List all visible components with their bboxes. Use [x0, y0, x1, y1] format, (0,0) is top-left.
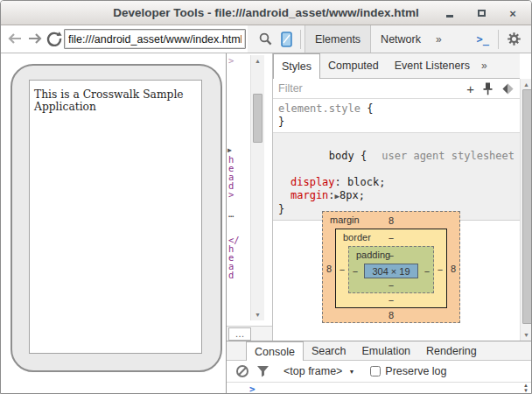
back-arrow-icon [7, 32, 22, 45]
reload-icon [46, 31, 62, 46]
margin-top-value: 8 [388, 215, 394, 226]
dom-node-ellipsis[interactable]: … [228, 209, 236, 218]
elements-scrollbar[interactable]: ▲ ▼ [250, 55, 264, 320]
console-prompt-row[interactable]: > ▲▼ [227, 383, 532, 394]
console-toolbar: <top frame> ▼ Preserve log [227, 361, 532, 383]
sidebar-tabs-overflow-button[interactable]: » [478, 53, 491, 78]
forward-button[interactable] [26, 30, 44, 47]
tab-styles[interactable]: Styles [273, 53, 320, 79]
box-model-content: 304 × 19 [364, 264, 418, 278]
toolbar: Elements Network » >_ [1, 25, 531, 53]
dropdown-caret-icon: ▼ [348, 369, 354, 375]
box-model-padding-label: padding [356, 250, 390, 260]
margin-right-value: 8 [447, 229, 459, 308]
color-format-diamond-icon[interactable] [501, 82, 514, 95]
box-model-padding: padding − − 304 × 19 − − [348, 246, 434, 293]
border-right-value: − [434, 246, 446, 293]
padding-bottom-value: − [349, 278, 433, 292]
forward-arrow-icon [28, 32, 43, 45]
css-rule-body[interactable]: user agent stylesheetbody { display: blo… [273, 132, 520, 221]
close-button[interactable]: × [507, 7, 519, 19]
elements-scrollbar-thumb[interactable] [253, 94, 262, 143]
toolbar-separator [498, 30, 499, 49]
tab-event-listeners[interactable]: Event Listeners [387, 53, 478, 78]
back-button[interactable] [5, 30, 23, 47]
frame-selector-value: <top frame> [284, 365, 342, 377]
settings-button[interactable] [502, 25, 526, 53]
dom-node-head-close[interactable]: </head [228, 236, 236, 279]
tab-network[interactable]: Network [371, 25, 430, 53]
styles-filter-bar: + [273, 79, 520, 99]
maximize-button[interactable] [475, 7, 487, 19]
padding-left-value: − [349, 264, 361, 278]
minimize-button[interactable] [444, 7, 456, 19]
window-title: Developer Tools - file:///android_asset/… [113, 6, 418, 19]
box-model-border-label: border [343, 232, 371, 243]
tab-search[interactable]: Search [304, 341, 354, 360]
device-frame: This is a Crosswalk Sample Application [10, 64, 222, 372]
css-property-margin[interactable]: margin:▶8px; [278, 189, 514, 203]
clear-console-icon[interactable] [235, 364, 249, 378]
styles-scrollbar[interactable]: ▲ ▼ [520, 79, 532, 341]
styles-filter-input[interactable] [278, 82, 466, 95]
styles-scrollbar-thumb[interactable] [522, 89, 532, 324]
devtools-window: Developer Tools - file:///android_asset/… [0, 0, 532, 394]
breadcrumb-bar: … [227, 326, 272, 341]
preserve-log-checkbox[interactable] [370, 366, 381, 376]
preserve-log-control: Preserve log [370, 365, 446, 377]
browser-nav [1, 25, 248, 53]
device-mode-button[interactable] [276, 25, 297, 53]
device-screen: This is a Crosswalk Sample Application [29, 80, 202, 354]
device-icon [281, 32, 292, 47]
border-bottom-value: − [336, 293, 446, 307]
scroll-up-icon[interactable]: ▲ [521, 81, 532, 88]
styles-sidebar: Styles Computed Event Listeners » + [273, 53, 520, 341]
console-prompt-chevron: > [249, 383, 256, 394]
toolbar-separator [300, 30, 301, 49]
box-model-border: border − − padding − − [335, 229, 447, 308]
dom-node-fragment[interactable]: > [228, 56, 236, 65]
elements-tree-pane: > ▶ head> … </head [227, 53, 272, 326]
scroll-up-icon[interactable]: ▲ [251, 58, 264, 64]
css-property-display[interactable]: display: block; [278, 176, 514, 189]
tabs-overflow-button[interactable]: » [430, 33, 447, 46]
page-preview-pane: This is a Crosswalk Sample Application [1, 53, 227, 394]
tab-rendering[interactable]: Rendering [418, 341, 485, 360]
toggle-console-button[interactable]: >_ [472, 33, 494, 46]
css-selector: body [329, 150, 354, 162]
margin-left-value: 8 [323, 229, 335, 308]
drawer-tabs: Console Search Emulation Rendering [227, 341, 532, 361]
border-left-value: − [336, 246, 348, 293]
box-model-margin: margin 8 8 border − − padding − [322, 211, 460, 323]
breadcrumb-ellipsis[interactable]: … [228, 327, 251, 341]
tab-elements[interactable]: Elements [304, 25, 371, 53]
drawer-resize-handle[interactable]: ▲▼ [523, 383, 528, 393]
scroll-down-icon[interactable]: ▼ [521, 332, 532, 338]
css-selector: element.style [278, 102, 360, 115]
new-style-rule-button[interactable]: + [466, 82, 474, 95]
css-rule-element-style[interactable]: element.style { } [273, 99, 520, 132]
frame-selector-dropdown[interactable]: <top frame> ▼ [284, 365, 354, 377]
box-model-margin-label: margin [330, 215, 360, 225]
url-input[interactable] [64, 29, 246, 49]
search-icon [259, 32, 272, 46]
filter-funnel-icon[interactable] [256, 365, 270, 377]
element-state-pin-icon[interactable] [482, 82, 494, 95]
sidebar-tabs: Styles Computed Event Listeners » [273, 53, 520, 79]
window-controls: × [444, 1, 519, 25]
css-rule-origin: user agent stylesheet [382, 150, 514, 163]
reload-button[interactable] [46, 30, 63, 47]
tab-computed[interactable]: Computed [320, 53, 387, 78]
content-dimensions: 304 × 19 [372, 266, 410, 277]
devtools-toolbar: Elements Network » >_ [248, 25, 531, 53]
padding-right-value: − [421, 264, 433, 278]
dom-node-head-open[interactable]: head> [228, 155, 236, 199]
border-top-value: − [388, 233, 394, 243]
app-page-text: This is a Crosswalk Sample Application [30, 81, 201, 121]
inspect-element-button[interactable] [255, 25, 276, 53]
window-titlebar: Developer Tools - file:///android_asset/… [1, 1, 531, 25]
tab-console[interactable]: Console [246, 341, 304, 361]
scroll-down-icon[interactable]: ▼ [251, 312, 264, 318]
tab-emulation[interactable]: Emulation [354, 341, 418, 360]
console-drawer: Console Search Emulation Rendering <top … [227, 341, 532, 394]
